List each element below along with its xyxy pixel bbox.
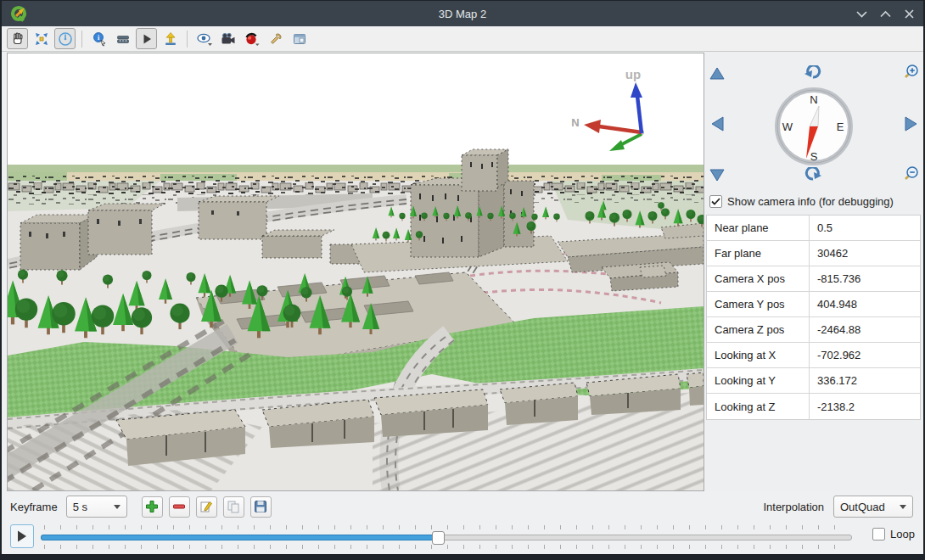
table-row: Camera X pos-815.736 <box>707 266 920 292</box>
identify-icon: i <box>92 31 107 47</box>
chevron-down-icon <box>900 505 906 509</box>
toolbar-separator <box>81 31 82 48</box>
table-row: Camera Y pos404.948 <box>707 292 920 317</box>
copy-icon <box>227 500 240 513</box>
slider-ticks <box>44 545 849 549</box>
table-row: Looking at Z-2138.2 <box>707 394 920 419</box>
svg-text:N: N <box>810 93 817 106</box>
svg-text:W: W <box>782 120 793 133</box>
pan-right-button[interactable] <box>901 115 920 133</box>
video-camera-icon <box>220 31 237 47</box>
add-keyframe-button[interactable] <box>142 496 163 518</box>
loop-label: Loop <box>890 528 915 540</box>
zoom-out-icon <box>902 165 919 182</box>
pan-up-button[interactable] <box>708 64 726 82</box>
minimize-button[interactable] <box>855 8 867 20</box>
slider-ticks <box>44 525 849 529</box>
play-icon <box>139 31 154 47</box>
play-animation-button[interactable] <box>10 524 34 548</box>
red-sphere-icon <box>244 31 261 47</box>
keyframe-label: Keyframe <box>10 501 58 513</box>
window-title: 3D Map 2 <box>2 8 923 20</box>
save-floppy-icon <box>254 500 267 513</box>
edit-keyframe-button[interactable] <box>196 496 217 518</box>
animations-tool[interactable] <box>136 28 157 49</box>
camera-tool[interactable] <box>217 28 238 49</box>
rotate-ccw-button[interactable] <box>804 64 822 82</box>
view-options-tool[interactable] <box>193 28 215 49</box>
3d-viewport[interactable]: up N <box>7 53 704 491</box>
check-icon <box>711 198 720 205</box>
timeline-slider-handle[interactable] <box>432 531 445 545</box>
right-arrow-icon <box>905 116 917 132</box>
play-icon <box>17 530 27 542</box>
save-keyframes-button[interactable] <box>250 496 272 518</box>
zoom-full-tool[interactable] <box>31 28 52 49</box>
zoom-in-button[interactable] <box>901 63 920 81</box>
rotate-cw-button[interactable] <box>804 165 822 184</box>
navigation-clock-icon <box>58 31 73 47</box>
chevron-down-icon <box>114 505 121 509</box>
camera-pan-tool[interactable] <box>7 28 28 49</box>
dock-window-icon <box>292 31 307 47</box>
measure-line-tool[interactable] <box>112 28 133 49</box>
duplicate-keyframe-button[interactable] <box>223 496 244 518</box>
keyframe-select[interactable]: 5 s <box>66 496 127 518</box>
keyframe-bar: Keyframe 5 s <box>2 491 923 522</box>
playback-bar: Loop <box>2 522 923 554</box>
pan-hand-icon <box>10 31 25 47</box>
on-screen-navigation-tool[interactable] <box>54 28 76 49</box>
maximize-button[interactable] <box>879 8 891 20</box>
svg-text:N: N <box>571 116 579 129</box>
table-row: Looking at Y336.172 <box>707 368 920 394</box>
compass[interactable]: N E S W <box>773 86 855 167</box>
toolbar-separator <box>187 31 188 48</box>
pan-down-button[interactable] <box>708 165 726 184</box>
app-window: 3D Map 2 <box>0 0 925 560</box>
rotate-ccw-icon <box>804 65 821 81</box>
svg-text:E: E <box>837 120 844 133</box>
table-row: Looking at X-702.962 <box>707 343 920 368</box>
timeline-slider-fill <box>41 535 438 540</box>
loop-row: Loop <box>872 528 915 540</box>
save-image-tool[interactable] <box>160 28 181 49</box>
table-row: Near plane0.5 <box>707 216 920 241</box>
wrench-icon <box>268 31 283 47</box>
show-camera-info-checkbox[interactable] <box>709 195 722 208</box>
dock-panel-tool[interactable] <box>289 28 310 49</box>
interpolation-label: Interpolation <box>763 501 824 513</box>
identify-tool[interactable]: i <box>88 28 109 49</box>
pan-left-button[interactable] <box>708 115 726 133</box>
toolbar: i <box>2 26 923 52</box>
plus-icon <box>145 500 159 513</box>
effects-tool[interactable] <box>241 28 262 49</box>
show-camera-info-row[interactable]: Show camera info (for debugging) <box>709 195 894 208</box>
up-arrow-icon <box>709 67 725 80</box>
navigation-widget: N E S W <box>704 52 922 194</box>
remove-keyframe-button[interactable] <box>169 496 190 518</box>
configure-tool[interactable] <box>265 28 286 49</box>
rotate-cw-icon <box>804 167 821 182</box>
zoom-full-icon <box>34 31 49 47</box>
down-arrow-icon <box>709 169 725 182</box>
timeline-slider[interactable] <box>41 524 852 550</box>
interpolation-select[interactable]: OutQuad <box>833 496 913 518</box>
table-row: Camera Z pos-2464.88 <box>707 317 920 343</box>
close-button[interactable] <box>903 8 915 20</box>
minus-icon <box>172 500 186 513</box>
measure-icon <box>115 31 131 47</box>
3d-scene: up N <box>8 53 704 490</box>
svg-text:up: up <box>625 67 641 81</box>
show-camera-info-label: Show camera info (for debugging) <box>727 195 894 208</box>
title-bar: 3D Map 2 <box>2 1 923 26</box>
camera-panel: N E S W Show camera info (for debugging)… <box>704 52 922 491</box>
svg-text:S: S <box>810 150 818 163</box>
zoom-out-button[interactable] <box>901 165 920 183</box>
zoom-in-icon <box>902 64 919 81</box>
eye-icon <box>196 31 213 47</box>
left-arrow-icon <box>711 116 724 132</box>
edit-pencil-icon <box>199 500 213 513</box>
table-row: Far plane30462 <box>707 241 920 266</box>
loop-checkbox[interactable] <box>872 528 885 540</box>
camera-info-table: Near plane0.5 Far plane30462 Camera X po… <box>706 215 921 420</box>
